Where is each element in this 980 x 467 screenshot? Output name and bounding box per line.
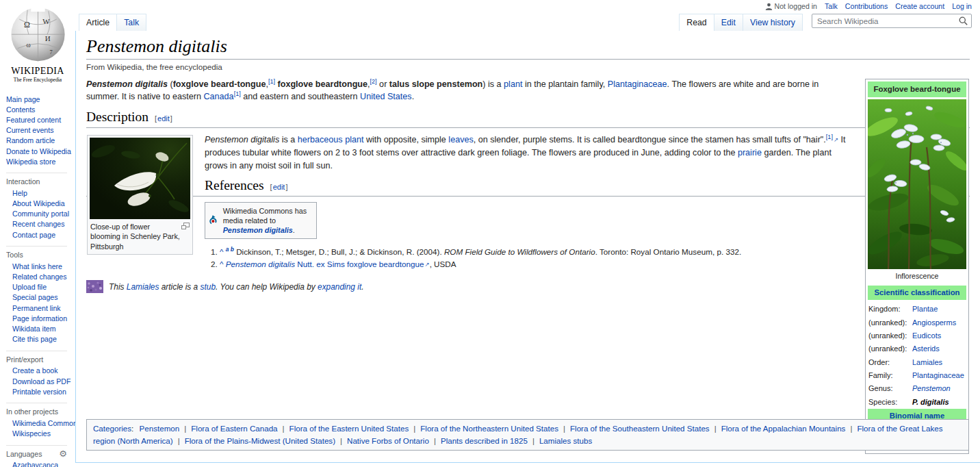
personal-contributions-link[interactable]: Contributions bbox=[845, 2, 888, 10]
text-segment: foxglove beard-tongue bbox=[173, 79, 266, 89]
sidebar-link[interactable]: Related changes bbox=[6, 271, 67, 281]
edit-link[interactable]: edit bbox=[157, 114, 170, 123]
sidebar-link[interactable]: Create a book bbox=[6, 366, 67, 376]
text-segment: ) is a bbox=[482, 79, 504, 89]
interlanguage-link[interactable]: Azərbaycanca bbox=[6, 460, 67, 467]
category-link[interactable]: Flora of the Plains-Midwest (United Stat… bbox=[173, 436, 335, 445]
category-link[interactable]: Flora of the Appalachian Mountains bbox=[710, 424, 846, 433]
link[interactable]: expanding it bbox=[318, 282, 361, 292]
link[interactable]: Nutt. ex Sims foxglove beardtongue bbox=[295, 260, 424, 268]
link[interactable]: ^ bbox=[220, 247, 226, 256]
scientific-classification-header[interactable]: Scientific classification bbox=[868, 286, 966, 300]
taxobox-image-caption: Inflorescence bbox=[868, 269, 966, 286]
text-segment: . bbox=[361, 282, 363, 292]
category-link[interactable]: Flora of Eastern Canada bbox=[179, 424, 277, 433]
link[interactable]: stub bbox=[201, 282, 216, 292]
link[interactable]: plant bbox=[504, 79, 522, 89]
link[interactable]: prairie bbox=[738, 148, 762, 157]
references-list: ^ a b Dickinson, T.; Metsger, D.; Bull, … bbox=[205, 244, 854, 270]
tab-edit[interactable]: Edit bbox=[714, 14, 743, 31]
taxonomy-value-link[interactable]: Angiosperms bbox=[912, 318, 956, 327]
categories-link[interactable]: Categories bbox=[93, 424, 131, 433]
sidebar-link[interactable]: Contents bbox=[6, 104, 75, 114]
category-link[interactable]: Flora of the Northeastern United States bbox=[409, 424, 558, 433]
tab-read[interactable]: Read bbox=[679, 14, 714, 31]
sidebar-link[interactable]: Recent changes bbox=[6, 219, 67, 229]
external-link-icon[interactable] bbox=[833, 135, 838, 144]
personal-log-in-link[interactable]: Log in bbox=[952, 2, 972, 10]
tab-article[interactable]: Article bbox=[79, 14, 117, 31]
category-link[interactable]: Lamiales stubs bbox=[528, 436, 592, 445]
link[interactable]: Penstemon digitalis bbox=[223, 226, 293, 234]
taxonomy-value-link[interactable]: Eudicots bbox=[912, 331, 941, 340]
sidebar-link[interactable]: Help bbox=[6, 188, 67, 198]
sidebar-link[interactable]: Upload file bbox=[6, 282, 67, 292]
sidebar-link[interactable]: Permanent link bbox=[6, 303, 67, 313]
personal-create-account-link[interactable]: Create account bbox=[895, 2, 944, 10]
link[interactable]: [1] bbox=[268, 77, 275, 84]
sidebar-link[interactable]: Cite this page bbox=[6, 334, 67, 344]
link[interactable]: United States bbox=[360, 92, 412, 101]
text-segment: . You can help Wikipedia by bbox=[216, 282, 318, 292]
article-thumbnail[interactable]: Close-up of flower blooming in Schenley … bbox=[87, 135, 193, 255]
taxonomy-value-link[interactable]: Lamiales bbox=[912, 357, 942, 367]
search-icon[interactable] bbox=[959, 16, 968, 25]
sidebar-link[interactable]: Special pages bbox=[6, 292, 67, 303]
category-link[interactable]: Plants described in 1825 bbox=[429, 436, 528, 445]
category-link[interactable]: Flora of the Eastern United States bbox=[278, 424, 409, 433]
sidebar-link[interactable]: Contact page bbox=[6, 229, 67, 240]
sidebar-link[interactable]: Wikimedia Commons bbox=[6, 418, 67, 428]
link[interactable]: Canada bbox=[204, 92, 234, 101]
sidebar-link[interactable]: Donate to Wikipedia bbox=[6, 146, 75, 156]
sidebar-link[interactable]: Random article bbox=[6, 136, 75, 146]
category-link[interactable]: Native Forbs of Ontario bbox=[335, 436, 429, 445]
flower-closeup-photo[interactable] bbox=[90, 138, 190, 219]
sidebar-link[interactable]: Page information bbox=[6, 313, 67, 323]
taxonomy-value-link[interactable]: Plantae bbox=[912, 304, 938, 314]
sidebar-link[interactable]: Current events bbox=[6, 125, 75, 136]
sidebar-link[interactable]: Featured content bbox=[6, 114, 75, 125]
category-links: PenstemonFlora of Eastern CanadaFlora of… bbox=[93, 424, 942, 445]
search-input[interactable] bbox=[812, 14, 972, 28]
taxonomy-row: Species: P. digitalis bbox=[868, 395, 966, 408]
language-settings-gear-icon[interactable]: ⚙ bbox=[59, 451, 67, 457]
link[interactable]: Penstemon digitalis bbox=[226, 260, 295, 268]
tab-talk[interactable]: Talk bbox=[117, 14, 146, 31]
sidebar-link[interactable]: Wikidata item bbox=[6, 323, 67, 333]
tab-view-history[interactable]: View history bbox=[743, 14, 803, 31]
wikipedia-logo[interactable]: Ω W И ω 7 WIKIPEDIA The Free Encyclopedi… bbox=[0, 4, 75, 83]
sidebar-link[interactable]: Printable version bbox=[6, 386, 67, 396]
sidebar: Ω W И ω 7 WIKIPEDIA The Free Encyclopedi… bbox=[0, 0, 75, 467]
enlarge-icon[interactable] bbox=[181, 223, 190, 229]
lamiales-stub-icon[interactable] bbox=[86, 280, 103, 293]
sidebar-link[interactable]: Wikispecies bbox=[6, 429, 67, 439]
sidebar-link[interactable]: Wikipedia store bbox=[6, 156, 75, 166]
external-link-icon[interactable] bbox=[424, 260, 430, 268]
link[interactable]: Lamiales bbox=[127, 282, 159, 292]
taxonomy-value-link[interactable]: Asterids bbox=[912, 344, 940, 353]
personal-talk-link[interactable]: Talk bbox=[825, 2, 838, 10]
link[interactable]: herbaceous plant bbox=[298, 135, 364, 144]
taxonomy-value-link[interactable]: P. digitalis bbox=[912, 397, 949, 407]
taxonomy-value-link[interactable]: Plantaginaceae bbox=[912, 370, 964, 380]
sidebar-link[interactable]: About Wikipedia bbox=[6, 199, 67, 209]
link[interactable]: [1] bbox=[234, 90, 241, 97]
svg-text:И: И bbox=[44, 34, 50, 42]
plant-photo[interactable] bbox=[868, 99, 966, 269]
link[interactable]: leaves bbox=[448, 135, 473, 144]
text-segment: foxglove beardtongue bbox=[278, 79, 368, 89]
category-link[interactable]: Flora of the Southeastern United States bbox=[558, 424, 710, 433]
link[interactable]: Plantaginaceae bbox=[608, 79, 667, 89]
sidebar-link[interactable]: Download as PDF bbox=[6, 376, 67, 386]
sidebar-link[interactable]: Main page bbox=[6, 94, 75, 104]
sidebar-link[interactable]: Community portal bbox=[6, 209, 67, 219]
edit-link[interactable]: edit bbox=[272, 183, 286, 191]
globe-puzzle-icon: Ω W И ω 7 bbox=[9, 4, 67, 62]
category-link[interactable]: Penstemon bbox=[140, 424, 180, 433]
sidebar-link[interactable]: What links here bbox=[6, 261, 67, 271]
taxonomy-value-link[interactable]: Penstemon bbox=[912, 383, 951, 393]
link[interactable]: [1] bbox=[826, 134, 833, 140]
svg-text:ω: ω bbox=[26, 42, 30, 49]
link[interactable]: [2] bbox=[370, 77, 377, 84]
taxonomy-rank-label: Family: bbox=[868, 370, 912, 380]
